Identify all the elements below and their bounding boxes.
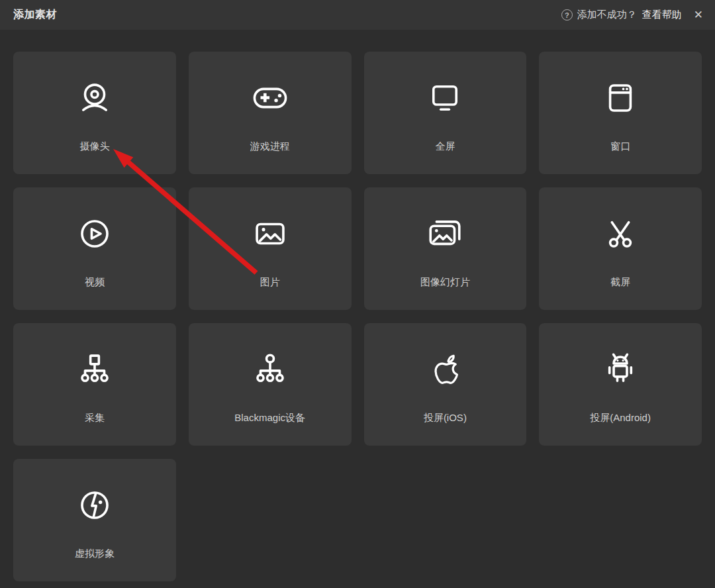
android-icon [601, 350, 640, 389]
gamepad-icon [251, 79, 289, 117]
monitor-icon [426, 79, 464, 117]
tile-screenshot[interactable]: 截屏 [539, 187, 702, 310]
tile-capture-device[interactable]: 采集 [13, 323, 176, 446]
tile-image[interactable]: 图片 [189, 187, 352, 310]
tile-label: 采集 [85, 412, 105, 424]
tile-fullscreen[interactable]: 全屏 [364, 52, 527, 174]
tile-label: 窗口 [610, 140, 630, 153]
tile-label: 全屏 [435, 140, 455, 153]
tile-label: 游戏进程 [250, 140, 290, 153]
help-question-text[interactable]: 添加不成功？ [577, 9, 637, 21]
tile-window-capture[interactable]: 窗口 [539, 52, 702, 174]
tile-image-slideshow[interactable]: 图像幻灯片 [364, 187, 527, 310]
play-circle-icon [75, 215, 114, 253]
tile-label: 图片 [260, 276, 280, 289]
tile-label: 投屏(Android) [590, 412, 651, 424]
scissors-icon [601, 215, 640, 253]
images-stack-icon [426, 215, 464, 253]
dialog-title: 添加素材 [13, 8, 57, 22]
tile-label: 截屏 [610, 276, 630, 289]
tile-label: 图像幻灯片 [420, 276, 470, 289]
image-icon [251, 215, 289, 253]
help-circle-icon[interactable]: ? [561, 9, 573, 21]
apple-icon [426, 350, 464, 389]
tile-virtual-avatar[interactable]: 虚拟形象 [13, 459, 176, 581]
tile-camera[interactable]: 摄像头 [13, 52, 176, 174]
capture-tree-icon [75, 350, 114, 389]
tile-label: 投屏(iOS) [424, 412, 467, 424]
tile-game-process[interactable]: 游戏进程 [189, 52, 352, 174]
tile-label: 视频 [85, 276, 105, 289]
tile-blackmagic[interactable]: Blackmagic设备 [189, 323, 352, 446]
titlebar-actions: ? 添加不成功？ 查看帮助 ✕ [561, 9, 703, 21]
help-link[interactable]: 查看帮助 [642, 9, 682, 21]
dialog-titlebar: 添加素材 ? 添加不成功？ 查看帮助 ✕ [0, 0, 715, 30]
tile-label: 摄像头 [79, 140, 109, 153]
tile-cast-android[interactable]: 投屏(Android) [539, 323, 702, 446]
tile-video[interactable]: 视频 [13, 187, 176, 310]
avatar-icon [75, 486, 114, 524]
device-tree-icon [251, 350, 289, 389]
webcam-icon [75, 79, 114, 117]
source-grid: 摄像头游戏进程全屏窗口视频图片图像幻灯片截屏采集Blackmagic设备投屏(i… [0, 30, 715, 588]
tile-cast-ios[interactable]: 投屏(iOS) [364, 323, 527, 446]
tile-label: Blackmagic设备 [234, 412, 305, 424]
tile-label: 虚拟形象 [75, 548, 115, 560]
window-icon [601, 79, 640, 117]
close-icon[interactable]: ✕ [694, 9, 703, 21]
